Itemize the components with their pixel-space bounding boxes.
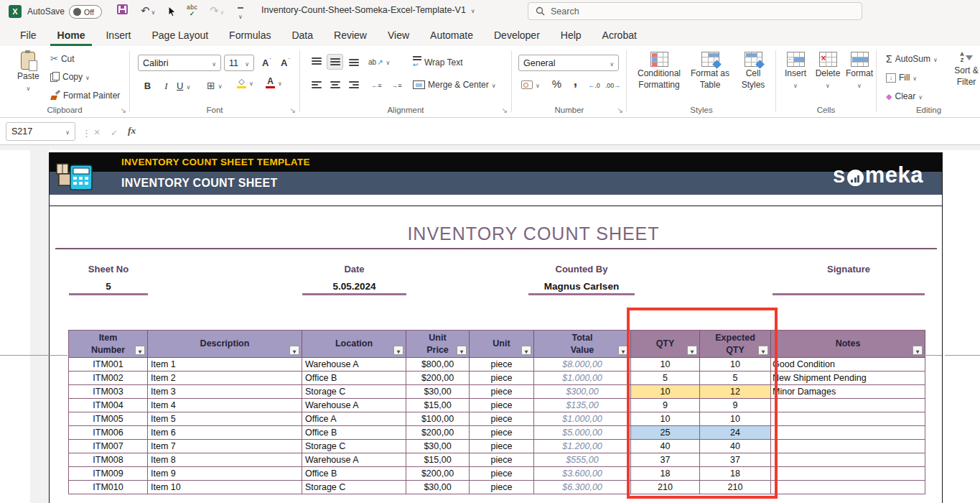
table-cell[interactable]: Warehouse A — [302, 358, 406, 372]
table-cell[interactable]: Office B — [302, 426, 406, 440]
table-cell[interactable]: Storage C — [302, 440, 406, 453]
table-cell[interactable]: piece — [470, 467, 534, 481]
table-cell[interactable] — [771, 481, 925, 494]
clear-button[interactable]: Clear — [886, 91, 923, 101]
tab-acrobat[interactable]: Acrobat — [595, 26, 644, 46]
table-cell[interactable]: piece — [470, 358, 534, 372]
customize-quick-access-button[interactable] — [238, 7, 243, 21]
orientation-button[interactable]: ab↗ — [368, 57, 390, 67]
insert-cells-button[interactable]: ← Insert — [781, 52, 810, 90]
redo-button[interactable] — [210, 4, 224, 17]
decrease-decimal-button[interactable]: .00→ — [605, 78, 621, 93]
table-cell[interactable]: Item 9 — [148, 467, 302, 481]
formula-bar-handle-icon[interactable] — [82, 126, 91, 139]
align-left-button[interactable] — [308, 78, 325, 93]
dialog-launcher-icon[interactable] — [290, 106, 296, 114]
table-cell[interactable]: $30,00 — [406, 440, 470, 453]
table-cell[interactable]: Good Condition — [771, 358, 925, 372]
table-cell[interactable]: $1.000,00 — [534, 412, 631, 426]
delete-cells-button[interactable]: × Delete — [813, 52, 843, 90]
table-cell[interactable]: $200,00 — [406, 467, 470, 481]
bold-button[interactable] — [139, 78, 156, 93]
conditional-formatting-button[interactable]: Conditional Formatting — [633, 52, 685, 90]
merge-center-button[interactable]: Merge & Center — [413, 80, 496, 90]
tab-file[interactable]: File — [13, 26, 44, 46]
autosum-button[interactable]: AutoSum — [886, 53, 938, 65]
accounting-format-button[interactable] — [521, 80, 540, 90]
table-cell[interactable]: ITM008 — [69, 453, 148, 467]
table-cell[interactable]: $15,00 — [406, 399, 470, 412]
font-color-button[interactable] — [266, 77, 282, 88]
table-cell[interactable]: Minor Damages — [771, 385, 925, 399]
table-cell[interactable]: $135,00 — [534, 399, 631, 412]
column-header-notes[interactable]: Notes — [771, 331, 925, 358]
filter-button[interactable] — [393, 346, 403, 355]
worksheet-area[interactable]: INVENTORY COUNT SHEET TEMPLATE INVENTORY… — [0, 145, 980, 503]
top-align-button[interactable] — [308, 54, 325, 70]
table-cell[interactable]: $100,00 — [406, 412, 470, 426]
table-cell[interactable]: Storage C — [302, 385, 406, 399]
table-cell[interactable]: $1.200,00 — [534, 440, 631, 453]
table-cell[interactable] — [771, 412, 925, 426]
underline-button[interactable] — [177, 80, 190, 91]
dialog-launcher-icon[interactable] — [502, 106, 508, 114]
italic-button[interactable] — [158, 78, 174, 93]
tab-view[interactable]: View — [381, 26, 416, 46]
table-cell[interactable]: $555,00 — [534, 453, 631, 467]
table-cell[interactable]: $200,00 — [406, 372, 470, 385]
table-cell[interactable]: Item 7 — [148, 440, 302, 453]
number-format-select[interactable]: General — [518, 55, 619, 71]
table-cell[interactable]: Item 8 — [148, 453, 302, 467]
sort-filter-button[interactable]: AZ Sort & Filter — [951, 52, 980, 87]
cut-button[interactable]: Cut — [50, 53, 75, 64]
table-cell[interactable]: $5.000,00 — [534, 426, 631, 440]
table-cell[interactable]: Warehouse A — [302, 399, 406, 412]
field-value-counted-by[interactable]: Magnus Carlsen — [528, 281, 635, 292]
table-cell[interactable]: ITM004 — [69, 399, 148, 412]
table-cell[interactable]: $30,00 — [406, 481, 470, 494]
format-cells-button[interactable]: Format — [844, 52, 874, 90]
table-cell[interactable]: Item 5 — [148, 412, 302, 426]
dialog-launcher-icon[interactable] — [617, 106, 623, 114]
increase-font-size-button[interactable]: ˆ — [258, 55, 275, 70]
tab-review[interactable]: Review — [327, 26, 374, 46]
table-cell[interactable]: piece — [470, 426, 534, 440]
table-cell[interactable] — [771, 399, 925, 412]
table-cell[interactable]: ITM009 — [69, 467, 148, 481]
filter-button[interactable] — [521, 346, 531, 355]
table-cell[interactable]: Item 3 — [148, 385, 302, 399]
save-button[interactable] — [117, 4, 128, 14]
table-cell[interactable] — [771, 440, 925, 453]
table-cell[interactable]: $15,00 — [406, 453, 470, 467]
filter-button[interactable] — [457, 346, 467, 355]
table-cell[interactable]: $6.300,00 — [534, 481, 631, 494]
filter-button[interactable] — [913, 346, 923, 355]
table-cell[interactable]: piece — [470, 399, 534, 412]
cancel-entry-button[interactable] — [94, 126, 100, 139]
bottom-align-button[interactable] — [345, 54, 362, 70]
table-cell[interactable] — [771, 426, 925, 440]
copy-button[interactable]: Copy — [50, 72, 90, 82]
fill-button[interactable]: ↓ Fill — [886, 73, 917, 83]
tab-data[interactable]: Data — [284, 26, 320, 46]
autosave-toggle[interactable]: Off — [69, 5, 102, 19]
column-header-description[interactable]: Description — [148, 331, 302, 358]
paste-button[interactable]: Paste — [17, 52, 39, 93]
filter-button[interactable] — [135, 346, 145, 355]
field-value-date[interactable]: 5.05.2024 — [302, 281, 406, 292]
table-cell[interactable]: Item 6 — [148, 426, 302, 440]
tab-page-layout[interactable]: Page Layout — [144, 26, 215, 46]
table-cell[interactable]: $3.600,00 — [534, 467, 631, 481]
cell-styles-button[interactable]: Cell Styles — [735, 52, 771, 90]
font-name-select[interactable]: Calibri — [138, 55, 221, 71]
insert-function-button[interactable]: fx — [128, 125, 136, 137]
percent-style-button[interactable] — [549, 76, 565, 92]
filter-button[interactable] — [289, 346, 299, 355]
format-as-table-button[interactable]: Format as Table — [688, 52, 732, 90]
column-header-total-value[interactable]: Total Value — [534, 331, 631, 358]
table-cell[interactable]: ITM007 — [69, 440, 148, 453]
table-cell[interactable]: ITM001 — [69, 358, 148, 372]
table-cell[interactable]: Storage C — [302, 481, 406, 494]
table-cell[interactable]: Item 10 — [148, 481, 302, 494]
font-size-select[interactable]: 11 — [224, 55, 254, 71]
